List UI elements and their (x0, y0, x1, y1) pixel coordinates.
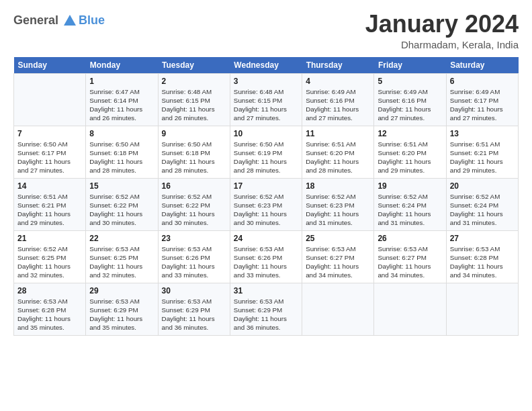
day-info: Sunrise: 6:51 AMSunset: 6:20 PMDaylight:… (306, 140, 359, 175)
calendar-week-3: 14 Sunrise: 6:51 AMSunset: 6:21 PMDaylig… (14, 178, 519, 230)
day-number: 17 (234, 181, 298, 191)
day-info: Sunrise: 6:53 AMSunset: 6:29 PMDaylight:… (162, 298, 215, 332)
calendar-cell: 16 Sunrise: 6:52 AMSunset: 6:22 PMDaylig… (158, 178, 230, 230)
calendar-cell: 20 Sunrise: 6:52 AMSunset: 6:24 PMDaylig… (446, 178, 518, 230)
calendar-cell: 14 Sunrise: 6:51 AMSunset: 6:21 PMDaylig… (14, 178, 86, 230)
day-number: 14 (17, 181, 82, 191)
day-number: 21 (17, 234, 82, 243)
day-number: 9 (162, 129, 226, 138)
day-info: Sunrise: 6:52 AMSunset: 6:22 PMDaylight:… (162, 193, 215, 227)
calendar-cell: 15 Sunrise: 6:52 AMSunset: 6:22 PMDaylig… (86, 178, 158, 230)
day-info: Sunrise: 6:51 AMSunset: 6:21 PMDaylight:… (450, 140, 503, 175)
day-number: 23 (162, 234, 226, 243)
day-number: 13 (450, 129, 515, 138)
calendar-cell: 19 Sunrise: 6:52 AMSunset: 6:24 PMDaylig… (374, 178, 446, 230)
col-wednesday: Wednesday (230, 57, 302, 74)
day-number: 4 (306, 77, 370, 86)
calendar-cell (302, 283, 374, 335)
calendar-cell: 4 Sunrise: 6:49 AMSunset: 6:16 PMDayligh… (302, 73, 374, 126)
logo-icon (62, 13, 77, 28)
svg-marker-0 (64, 15, 76, 26)
calendar-cell: 31 Sunrise: 6:53 AMSunset: 6:29 PMDaylig… (230, 283, 302, 335)
day-number: 20 (450, 181, 515, 191)
day-info: Sunrise: 6:47 AMSunset: 6:14 PMDaylight:… (89, 88, 142, 122)
day-number: 24 (234, 234, 298, 243)
day-number: 31 (234, 286, 298, 295)
day-info: Sunrise: 6:49 AMSunset: 6:16 PMDaylight:… (306, 88, 359, 122)
day-number: 1 (89, 77, 154, 86)
col-sunday: Sunday (14, 57, 86, 74)
day-info: Sunrise: 6:49 AMSunset: 6:17 PMDaylight:… (450, 88, 503, 122)
day-info: Sunrise: 6:48 AMSunset: 6:15 PMDaylight:… (234, 88, 287, 122)
day-info: Sunrise: 6:51 AMSunset: 6:20 PMDaylight:… (378, 140, 431, 175)
calendar-cell: 13 Sunrise: 6:51 AMSunset: 6:21 PMDaylig… (446, 126, 518, 178)
day-info: Sunrise: 6:53 AMSunset: 6:28 PMDaylight:… (17, 298, 71, 332)
day-number: 12 (378, 129, 442, 138)
day-info: Sunrise: 6:52 AMSunset: 6:23 PMDaylight:… (306, 193, 359, 227)
day-info: Sunrise: 6:50 AMSunset: 6:18 PMDaylight:… (162, 140, 215, 175)
calendar-cell: 27 Sunrise: 6:53 AMSunset: 6:28 PMDaylig… (446, 230, 518, 283)
day-number: 27 (450, 234, 515, 243)
day-number: 6 (450, 77, 515, 86)
day-info: Sunrise: 6:50 AMSunset: 6:19 PMDaylight:… (234, 140, 287, 175)
calendar-cell: 6 Sunrise: 6:49 AMSunset: 6:17 PMDayligh… (446, 73, 518, 126)
day-info: Sunrise: 6:52 AMSunset: 6:25 PMDaylight:… (17, 245, 71, 279)
day-info: Sunrise: 6:52 AMSunset: 6:24 PMDaylight:… (378, 193, 431, 227)
day-info: Sunrise: 6:53 AMSunset: 6:27 PMDaylight:… (306, 245, 359, 279)
col-monday: Monday (86, 57, 158, 74)
day-info: Sunrise: 6:53 AMSunset: 6:26 PMDaylight:… (234, 245, 287, 279)
day-number: 10 (234, 129, 298, 138)
header-row: Sunday Monday Tuesday Wednesday Thursday… (14, 57, 519, 74)
day-info: Sunrise: 6:53 AMSunset: 6:29 PMDaylight:… (234, 298, 287, 332)
calendar-cell: 17 Sunrise: 6:52 AMSunset: 6:23 PMDaylig… (230, 178, 302, 230)
calendar-cell: 8 Sunrise: 6:50 AMSunset: 6:18 PMDayligh… (86, 126, 158, 178)
calendar-cell (374, 283, 446, 335)
calendar-cell (446, 283, 518, 335)
month-title: January 2024 (365, 11, 519, 38)
day-info: Sunrise: 6:53 AMSunset: 6:25 PMDaylight:… (89, 245, 142, 279)
logo: General Blue (13, 13, 105, 28)
calendar-cell: 24 Sunrise: 6:53 AMSunset: 6:26 PMDaylig… (230, 230, 302, 283)
calendar-cell: 25 Sunrise: 6:53 AMSunset: 6:27 PMDaylig… (302, 230, 374, 283)
calendar-cell: 29 Sunrise: 6:53 AMSunset: 6:29 PMDaylig… (86, 283, 158, 335)
day-number: 28 (17, 286, 82, 295)
day-number: 16 (162, 181, 226, 191)
day-number: 19 (378, 181, 442, 191)
calendar-cell: 21 Sunrise: 6:52 AMSunset: 6:25 PMDaylig… (14, 230, 86, 283)
day-info: Sunrise: 6:49 AMSunset: 6:16 PMDaylight:… (378, 88, 431, 122)
calendar-cell: 12 Sunrise: 6:51 AMSunset: 6:20 PMDaylig… (374, 126, 446, 178)
calendar-cell: 23 Sunrise: 6:53 AMSunset: 6:26 PMDaylig… (158, 230, 230, 283)
day-number: 29 (89, 286, 154, 295)
calendar-table: Sunday Monday Tuesday Wednesday Thursday… (13, 57, 519, 336)
calendar-cell (14, 73, 86, 126)
day-number: 8 (89, 129, 154, 138)
day-info: Sunrise: 6:52 AMSunset: 6:24 PMDaylight:… (450, 193, 503, 227)
header: General Blue January 2024 Dharmadam, Ker… (13, 11, 519, 50)
calendar-cell: 28 Sunrise: 6:53 AMSunset: 6:28 PMDaylig… (14, 283, 86, 335)
day-number: 3 (234, 77, 298, 86)
day-number: 15 (89, 181, 154, 191)
title-block: January 2024 Dharmadam, Kerala, India (365, 11, 519, 50)
col-friday: Friday (374, 57, 446, 74)
calendar-cell: 30 Sunrise: 6:53 AMSunset: 6:29 PMDaylig… (158, 283, 230, 335)
col-thursday: Thursday (302, 57, 374, 74)
calendar-cell: 5 Sunrise: 6:49 AMSunset: 6:16 PMDayligh… (374, 73, 446, 126)
day-number: 7 (17, 129, 82, 138)
calendar-cell: 1 Sunrise: 6:47 AMSunset: 6:14 PMDayligh… (86, 73, 158, 126)
day-number: 25 (306, 234, 370, 243)
location: Dharmadam, Kerala, India (365, 39, 519, 50)
day-number: 22 (89, 234, 154, 243)
calendar-cell: 26 Sunrise: 6:53 AMSunset: 6:27 PMDaylig… (374, 230, 446, 283)
day-number: 30 (162, 286, 226, 295)
day-number: 26 (378, 234, 442, 243)
day-info: Sunrise: 6:52 AMSunset: 6:22 PMDaylight:… (89, 193, 142, 227)
day-info: Sunrise: 6:50 AMSunset: 6:18 PMDaylight:… (89, 140, 142, 175)
calendar-week-1: 1 Sunrise: 6:47 AMSunset: 6:14 PMDayligh… (14, 73, 519, 126)
day-info: Sunrise: 6:51 AMSunset: 6:21 PMDaylight:… (17, 193, 71, 227)
col-saturday: Saturday (446, 57, 518, 74)
calendar-cell: 22 Sunrise: 6:53 AMSunset: 6:25 PMDaylig… (86, 230, 158, 283)
day-number: 5 (378, 77, 442, 86)
calendar-cell: 11 Sunrise: 6:51 AMSunset: 6:20 PMDaylig… (302, 126, 374, 178)
calendar-week-2: 7 Sunrise: 6:50 AMSunset: 6:17 PMDayligh… (14, 126, 519, 178)
calendar-week-5: 28 Sunrise: 6:53 AMSunset: 6:28 PMDaylig… (14, 283, 519, 335)
